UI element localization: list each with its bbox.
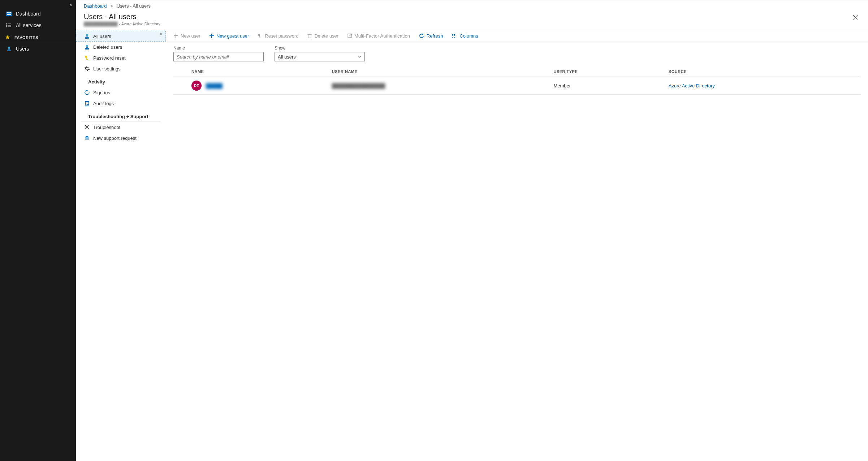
reset-password-button[interactable]: Reset password	[258, 33, 298, 39]
user-display-name[interactable]: █████	[206, 83, 223, 89]
filter-show: Show All users	[275, 46, 365, 61]
plus-icon	[209, 33, 214, 38]
svg-point-9	[7, 26, 7, 27]
svg-rect-43	[454, 35, 455, 36]
log-icon	[83, 100, 91, 106]
subnav-item-label: User settings	[93, 66, 121, 72]
col-source[interactable]: SOURCE	[665, 66, 861, 77]
svg-point-14	[86, 34, 88, 36]
svg-point-7	[7, 23, 7, 24]
nav-users[interactable]: Users	[0, 43, 76, 55]
svg-rect-34	[308, 35, 311, 38]
avatar: DE	[191, 81, 202, 91]
subnav-collapse-icon[interactable]: «	[160, 31, 162, 36]
subnav-deleted-users[interactable]: Deleted users	[76, 42, 166, 52]
svg-rect-20	[86, 102, 88, 103]
svg-rect-18	[86, 59, 88, 60]
show-dropdown-value: All users	[278, 54, 296, 60]
signin-icon	[83, 90, 91, 95]
subnav-user-settings[interactable]: User settings	[76, 63, 166, 74]
svg-rect-44	[454, 37, 455, 38]
close-blade-button[interactable]	[850, 13, 861, 23]
svg-marker-10	[5, 35, 10, 39]
user-source[interactable]: Azure Active Directory	[669, 83, 715, 89]
columns-button[interactable]: Columns	[452, 33, 478, 39]
nav-all-services-label: All services	[16, 22, 42, 28]
delete-user-button[interactable]: Delete user	[307, 33, 338, 39]
tools-icon	[83, 124, 91, 130]
mfa-button[interactable]: Multi-Factor Authentication	[347, 33, 410, 39]
svg-rect-42	[454, 34, 455, 35]
svg-line-38	[349, 34, 351, 36]
blade-main: New user New guest user Reset password	[166, 29, 868, 461]
subnav-item-label: All users	[93, 34, 111, 39]
search-input[interactable]	[173, 52, 264, 61]
col-usertype[interactable]: USER TYPE	[550, 66, 665, 77]
star-icon	[5, 35, 13, 40]
svg-rect-26	[86, 136, 88, 137]
new-user-button[interactable]: New user	[173, 33, 200, 39]
svg-rect-0	[6, 12, 12, 16]
subnav-item-label: Troubleshoot	[93, 125, 120, 130]
key-icon	[83, 55, 91, 61]
user-icon	[5, 46, 13, 52]
svg-point-11	[8, 47, 10, 49]
page-subtitle-suffix: - Azure Active Directory	[119, 22, 160, 26]
plus-icon	[173, 33, 178, 38]
user-principal-name: ████████████████	[332, 83, 385, 89]
tool-label: New user	[181, 33, 200, 39]
content-area: Dashboard > Users - All users Users - Al…	[76, 0, 868, 461]
svg-rect-21	[86, 103, 88, 104]
svg-rect-1	[7, 12, 9, 13]
user-icon	[83, 33, 91, 39]
tool-label: Multi-Factor Authentication	[354, 33, 410, 39]
subnav-all-users[interactable]: All users	[76, 31, 166, 42]
svg-rect-2	[9, 12, 11, 13]
subnav-new-support[interactable]: New support request	[76, 133, 166, 143]
blade-subnav: « All users Deleted users	[76, 29, 166, 461]
subnav-audit-logs[interactable]: Audit logs	[76, 98, 166, 109]
leftnav-collapse-icon[interactable]: «	[70, 2, 72, 8]
nav-users-label: Users	[16, 46, 29, 52]
col-name[interactable]: NAME	[188, 66, 328, 77]
filters: Name Show All users	[166, 42, 868, 63]
key-icon	[258, 33, 263, 38]
tool-label: Reset password	[265, 33, 298, 39]
gear-icon	[83, 66, 91, 72]
blade-users: Users - All users ████████████ - Azure A…	[76, 11, 868, 461]
show-dropdown[interactable]: All users	[275, 52, 365, 61]
nav-all-services[interactable]: All services	[0, 20, 76, 31]
subnav-item-label: Password reset	[93, 55, 126, 61]
nav-favorites-label: FAVORITES	[14, 35, 38, 40]
svg-rect-3	[7, 14, 11, 15]
global-left-nav: « Dashboard All services FAVORITES Users	[0, 0, 76, 461]
breadcrumb-root[interactable]: Dashboard	[84, 3, 107, 9]
svg-rect-22	[86, 104, 87, 105]
nav-dashboard-label: Dashboard	[16, 11, 41, 17]
list-icon	[5, 22, 13, 28]
svg-rect-33	[260, 37, 261, 38]
svg-point-8	[7, 25, 7, 26]
refresh-icon	[419, 33, 424, 39]
filter-name-label: Name	[173, 46, 264, 51]
chevron-down-icon	[358, 54, 362, 60]
subnav-password-reset[interactable]: Password reset	[76, 52, 166, 63]
svg-rect-41	[452, 37, 453, 38]
new-guest-user-button[interactable]: New guest user	[209, 33, 249, 39]
table-row[interactable]: DE █████ ████████████████ Member Azure A…	[173, 77, 861, 95]
external-link-icon	[347, 33, 352, 38]
page-title: Users - All users	[84, 13, 160, 21]
subnav-item-label: Sign-ins	[93, 90, 110, 95]
tool-label: Refresh	[427, 33, 443, 39]
subnav-signins[interactable]: Sign-ins	[76, 87, 166, 98]
filter-show-label: Show	[275, 46, 365, 51]
refresh-button[interactable]: Refresh	[419, 33, 443, 39]
breadcrumb: Dashboard > Users - All users	[76, 0, 868, 11]
svg-point-15	[86, 45, 88, 47]
toolbar: New user New guest user Reset password	[166, 29, 868, 42]
subnav-section-support: Troubleshooting + Support	[81, 109, 161, 122]
subnav-troubleshoot[interactable]: Troubleshoot	[76, 122, 166, 133]
user-icon	[83, 44, 91, 50]
nav-dashboard[interactable]: Dashboard	[0, 8, 76, 20]
col-username[interactable]: USER NAME	[328, 66, 550, 77]
